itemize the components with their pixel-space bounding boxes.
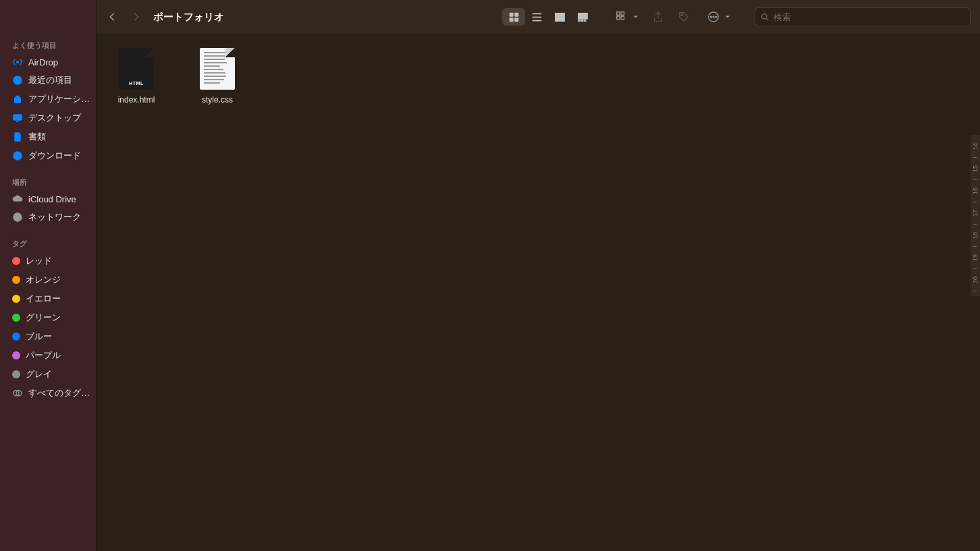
- file-html-icon: HTML: [119, 48, 154, 90]
- sidebar-item-documents[interactable]: 書類: [0, 127, 96, 146]
- sidebar-item-label: iCloud Drive: [28, 194, 76, 204]
- svg-rect-16: [532, 20, 541, 21]
- action-button[interactable]: [703, 9, 730, 25]
- view-mode-group: [502, 8, 594, 26]
- sidebar-item-icloud[interactable]: iCloud Drive: [0, 190, 96, 208]
- sidebar-section-title: 場所: [0, 175, 96, 190]
- ruler-mark: 18: [972, 232, 979, 239]
- ruler-mark: 14: [972, 143, 979, 150]
- svg-rect-17: [555, 13, 564, 21]
- svg-rect-15: [532, 16, 541, 18]
- tag-dot-icon: [12, 276, 20, 284]
- svg-point-33: [715, 16, 717, 18]
- svg-marker-34: [726, 16, 730, 18]
- main-area: ポートフォリオ: [97, 0, 980, 551]
- svg-rect-20: [578, 13, 587, 19]
- sidebar-item-label: ブルー: [26, 330, 52, 343]
- sidebar-item-tag[interactable]: オレンジ: [0, 270, 96, 289]
- sidebar-item-airdrop[interactable]: AirDrop: [0, 53, 96, 71]
- search-input[interactable]: [773, 12, 964, 22]
- svg-marker-28: [634, 16, 638, 18]
- svg-line-36: [766, 18, 768, 20]
- ruler-mark: 15: [972, 165, 979, 172]
- file-item[interactable]: style.css: [187, 48, 248, 106]
- network-icon: [12, 212, 23, 223]
- sidebar-item-network[interactable]: ネットワーク: [0, 208, 96, 227]
- view-icon-button[interactable]: [502, 8, 525, 26]
- svg-rect-11: [514, 12, 518, 16]
- sidebar-item-tag[interactable]: グリーン: [0, 308, 96, 327]
- file-item[interactable]: HTMLindex.html: [106, 48, 167, 106]
- svg-rect-25: [621, 12, 624, 16]
- svg-rect-13: [514, 18, 518, 22]
- svg-rect-22: [580, 20, 582, 21]
- svg-rect-14: [532, 13, 541, 14]
- forward-button[interactable]: [129, 10, 142, 24]
- window-title: ポートフォリオ: [153, 11, 224, 24]
- sidebar-item-desktop[interactable]: デスクトップ: [0, 109, 96, 127]
- sidebar-item-label: グリーン: [26, 312, 61, 324]
- tag-dot-icon: [12, 295, 20, 303]
- sidebar-section-title: タグ: [0, 236, 96, 252]
- sidebar-item-label: イエロー: [26, 293, 61, 305]
- sidebar-item-label: 最近の項目: [28, 74, 72, 86]
- recent-icon: [12, 75, 23, 86]
- tag-button[interactable]: [674, 9, 694, 25]
- svg-rect-23: [584, 20, 586, 21]
- tag-dot-icon: [12, 314, 20, 322]
- svg-point-29: [681, 14, 683, 16]
- sidebar-item-label: AirDrop: [28, 57, 58, 67]
- sidebar-item-label: パープル: [26, 349, 61, 361]
- file-grid: HTMLindex.htmlstyle.css: [106, 48, 971, 106]
- sidebar-item-label: アプリケーシ…: [28, 93, 90, 105]
- view-list-button[interactable]: [525, 8, 548, 26]
- search-icon: [761, 13, 769, 22]
- sidebar-item-tag[interactable]: レッド: [0, 252, 96, 270]
- ruler-mark: 16: [972, 187, 979, 194]
- tag-dot-icon: [12, 332, 20, 341]
- svg-rect-12: [509, 18, 513, 22]
- file-label: index.html: [118, 95, 155, 106]
- sidebar-section-title: よく使う項目: [0, 38, 96, 53]
- sidebar-item-tag[interactable]: ブルー: [0, 327, 96, 346]
- sidebar-item-tag[interactable]: グレイ: [0, 365, 96, 384]
- ruler-mark: 19: [972, 254, 979, 261]
- sidebar-item-downloads[interactable]: ダウンロード: [0, 146, 96, 165]
- view-column-button[interactable]: [548, 8, 571, 26]
- svg-rect-21: [578, 20, 580, 21]
- svg-point-0: [16, 61, 19, 63]
- sidebar-item-tag[interactable]: パープル: [0, 346, 96, 365]
- sidebar-item-tag[interactable]: すべてのタグ…: [0, 384, 96, 403]
- group-by-button[interactable]: [611, 9, 638, 25]
- back-button[interactable]: [106, 10, 119, 24]
- ruler: 14151617181920: [971, 135, 980, 296]
- svg-rect-26: [617, 16, 620, 20]
- sidebar-item-label: デスクトップ: [28, 112, 81, 124]
- svg-rect-2: [13, 115, 22, 120]
- ruler-mark: 20: [972, 277, 979, 283]
- sidebar-item-label: 書類: [28, 131, 46, 143]
- documents-icon: [12, 132, 23, 142]
- share-button[interactable]: [648, 9, 668, 25]
- tag-dot-icon: [12, 370, 20, 378]
- tag-dot-icon: [12, 257, 20, 265]
- sidebar-item-label: レッド: [26, 255, 52, 267]
- svg-point-32: [713, 16, 714, 18]
- sidebar-item-recent[interactable]: 最近の項目: [0, 71, 96, 90]
- sidebar-item-tag[interactable]: イエロー: [0, 289, 96, 308]
- sidebar: よく使う項目AirDrop最近の項目アプリケーシ…デスクトップ書類ダウンロード場…: [0, 0, 97, 551]
- downloads-icon: [12, 150, 23, 161]
- svg-point-35: [762, 13, 767, 18]
- sidebar-item-applications[interactable]: アプリケーシ…: [0, 90, 96, 109]
- desktop-icon: [12, 113, 23, 123]
- svg-rect-10: [509, 12, 513, 16]
- content-area[interactable]: HTMLindex.htmlstyle.css: [97, 34, 980, 551]
- icloud-icon: [12, 194, 23, 204]
- sidebar-item-label: オレンジ: [26, 274, 61, 286]
- view-gallery-button[interactable]: [571, 8, 594, 26]
- applications-icon: [12, 94, 23, 105]
- search-box[interactable]: [755, 7, 971, 26]
- svg-rect-27: [621, 16, 624, 20]
- svg-point-31: [711, 16, 712, 18]
- file-css-icon: [200, 48, 235, 90]
